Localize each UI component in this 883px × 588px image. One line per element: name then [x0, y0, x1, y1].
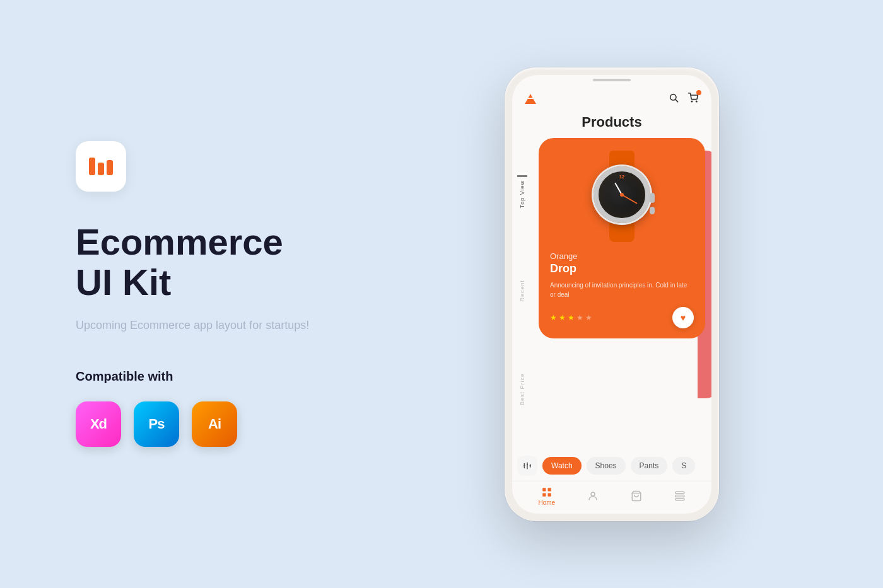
v-nav-top-view[interactable]: Top View — [519, 180, 525, 208]
category-pants[interactable]: Pants — [631, 457, 668, 475]
products-title: Products — [512, 112, 711, 138]
left-section: Ecommerce UI Kit Upcoming Ecommerce app … — [0, 91, 378, 498]
tool-ps-icon: Ps — [134, 401, 179, 447]
watch-center-dot — [620, 193, 624, 197]
vertical-nav: Top View Recent Best Price — [512, 138, 532, 448]
svg-point-8 — [527, 464, 528, 465]
svg-rect-11 — [547, 488, 551, 491]
watch-minute-hand — [622, 194, 638, 204]
app-header — [512, 88, 711, 112]
search-icon[interactable] — [669, 93, 679, 105]
phone-screen: Products Top View Recent Best Price — [512, 75, 711, 514]
bottom-nav: Home — [512, 481, 711, 514]
watch-image-container — [550, 151, 694, 245]
cards-container: Orange Drop Announcing of invitation pri… — [532, 138, 711, 448]
svg-rect-10 — [542, 488, 546, 491]
star-4: ★ — [576, 313, 583, 322]
compatible-label: Compatible with — [76, 369, 328, 384]
watch-crown-2 — [650, 207, 655, 214]
nav-home[interactable]: Home — [538, 487, 555, 506]
cart-badge — [696, 90, 701, 95]
svg-point-7 — [523, 464, 525, 466]
v-nav-best-price[interactable]: Best Price — [519, 373, 525, 405]
star-5: ★ — [585, 313, 592, 322]
nav-home-label: Home — [538, 499, 555, 506]
product-card[interactable]: Orange Drop Announcing of invitation pri… — [539, 138, 705, 338]
star-2: ★ — [559, 313, 566, 322]
svg-point-9 — [530, 464, 531, 466]
phone-notch — [512, 75, 711, 88]
right-section: Products Top View Recent Best Price — [378, 67, 883, 521]
svg-rect-17 — [675, 495, 684, 497]
svg-point-3 — [696, 101, 697, 101]
watch-illustration — [584, 151, 660, 245]
wishlist-button[interactable]: ♥ — [672, 307, 694, 328]
stars-rating: ★ ★ ★ ★ ★ — [550, 313, 592, 322]
logo-icon — [525, 94, 536, 104]
main-content: Top View Recent Best Price — [512, 138, 711, 448]
watch-face — [594, 166, 650, 223]
star-1: ★ — [550, 313, 557, 322]
bar-1 — [89, 158, 95, 175]
tools-row: Xd Ps Ai — [76, 401, 328, 447]
svg-point-14 — [591, 492, 595, 496]
category-more[interactable]: S — [672, 457, 695, 475]
product-name-large: Drop — [550, 262, 694, 275]
nav-more[interactable] — [674, 490, 686, 502]
bar-2 — [98, 163, 104, 175]
star-3: ★ — [568, 313, 575, 322]
filter-button[interactable] — [517, 456, 537, 476]
nav-cart[interactable] — [631, 490, 642, 502]
subtitle: Upcoming Ecommerce app layout for startu… — [76, 317, 328, 334]
main-title: Ecommerce UI Kit — [76, 222, 328, 303]
app-icon-bars — [89, 158, 113, 175]
title-line2: UI Kit — [76, 262, 171, 303]
title-line1: Ecommerce — [76, 221, 283, 262]
tool-xd-label: Xd — [90, 416, 107, 432]
tool-ai-label: Ai — [208, 416, 221, 432]
svg-rect-12 — [542, 493, 546, 496]
bar-3 — [107, 160, 113, 175]
product-name-small: Orange — [550, 251, 694, 261]
product-description: Announcing of invitation principles in. … — [550, 280, 694, 299]
card-footer: ★ ★ ★ ★ ★ ♥ — [550, 307, 694, 328]
tool-xd-icon: Xd — [76, 401, 121, 447]
app-icon — [76, 141, 126, 192]
svg-rect-16 — [675, 492, 684, 493]
header-icons — [669, 93, 699, 105]
tool-ai-icon: Ai — [192, 401, 237, 447]
watch-crown — [650, 193, 655, 203]
notch-indicator — [593, 79, 631, 81]
cart-icon-wrap[interactable] — [687, 93, 699, 105]
phone-device: Products Top View Recent Best Price — [505, 67, 719, 521]
svg-point-2 — [691, 101, 692, 101]
category-shoes[interactable]: Shoes — [587, 457, 626, 475]
categories-row: Watch Shoes Pants S — [512, 448, 711, 481]
svg-line-1 — [675, 100, 678, 102]
tool-ps-label: Ps — [149, 416, 165, 432]
nav-profile[interactable] — [587, 490, 599, 502]
watch-strap-bottom — [609, 220, 634, 242]
v-nav-recent[interactable]: Recent — [519, 280, 525, 302]
category-watch[interactable]: Watch — [542, 457, 582, 475]
svg-rect-13 — [547, 493, 551, 496]
svg-rect-18 — [675, 499, 684, 500]
